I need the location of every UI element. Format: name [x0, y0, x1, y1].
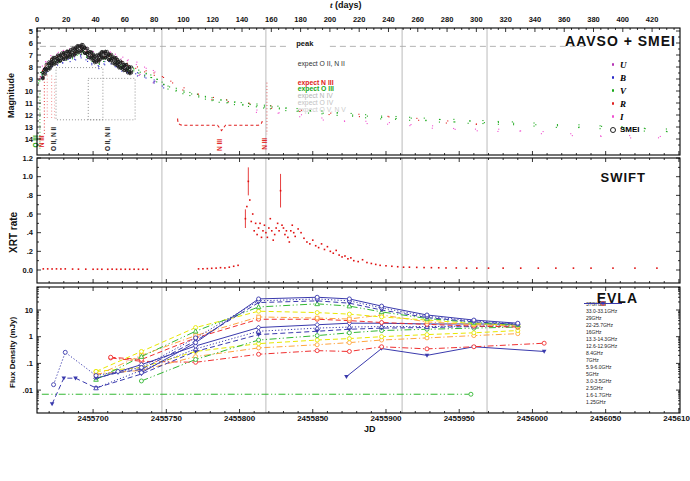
swift-panel-title: SWIFT: [601, 170, 646, 185]
svg-text:2455700: 2455700: [78, 414, 110, 423]
aavso-legend-label: I: [620, 112, 650, 122]
svg-text:9: 9: [29, 75, 33, 84]
evla-legend-item: 29GHz: [583, 314, 617, 321]
evla-legend-item: 33.0-33.1GHz: [583, 307, 617, 314]
svg-text:200: 200: [324, 15, 337, 24]
evla-legend-label: 29GHz: [586, 315, 602, 321]
svg-text:1.2: 1.2: [23, 154, 33, 163]
svg-text:peak: peak: [296, 39, 314, 48]
evla-legend-label: 8.4GHz: [586, 350, 603, 356]
evla-series-29GHz: [94, 299, 520, 380]
aavso-legend-item-U: U: [606, 58, 650, 71]
svg-text:20: 20: [62, 15, 70, 24]
svg-text:14: 14: [25, 135, 34, 144]
aavso-legend: UBVRISMEI: [606, 58, 650, 136]
svg-text:8: 8: [29, 63, 33, 72]
evla-y-axis-label: Flux Density (mJy): [8, 317, 17, 388]
evla-legend-label: 12.6-12.9GHz: [586, 343, 617, 349]
evla-legend-label: 7GHz: [586, 357, 599, 363]
svg-text:2456000: 2456000: [517, 414, 549, 423]
evla-legend-label: 13.3-14.3GHz: [586, 336, 617, 342]
evla-data: [42, 295, 547, 406]
svg-text:300: 300: [470, 15, 483, 24]
evla-legend-item: 8.4GHz: [583, 349, 617, 356]
evla-legend-item: 5.9-6.0GHz: [583, 363, 617, 370]
aavso-legend-marker-icon: [606, 63, 620, 66]
svg-text:40: 40: [91, 15, 99, 24]
aavso-legend-label: B: [620, 73, 650, 83]
aavso-legend-item-B: B: [606, 71, 650, 84]
svg-text:1.0: 1.0: [23, 172, 33, 181]
evla-series-22-25.7GHz: [94, 301, 520, 381]
svg-text:N III: N III: [261, 138, 268, 150]
swift-y-axis-label: XRT rate: [8, 212, 19, 253]
svg-text:260: 260: [412, 15, 425, 24]
svg-text:340: 340: [529, 15, 542, 24]
swift-data: [42, 167, 657, 270]
evla-legend-label: 1.25GHz: [586, 399, 606, 405]
svg-text:280: 280: [441, 15, 454, 24]
evla-legend-item: 16GHz: [583, 328, 617, 335]
aavso-legend-marker-icon: [606, 115, 620, 118]
evla-legend-item: 5GHz: [583, 370, 617, 377]
svg-text:.1: .1: [27, 359, 33, 368]
aavso-legend-label: U: [620, 60, 650, 70]
evla-legend-item: 7GHz: [583, 356, 617, 363]
evla-legend-item: 1.25GHz: [583, 398, 617, 405]
svg-text:2455900: 2455900: [370, 414, 402, 423]
svg-text:420: 420: [646, 15, 659, 24]
evla-legend-item: 3.0-3.5GHz: [583, 377, 617, 384]
aavso-legend-marker-icon: [606, 76, 620, 79]
svg-text:160: 160: [265, 15, 278, 24]
svg-text:5: 5: [29, 27, 33, 36]
evla-series-13.3-14.3GHz: [94, 313, 519, 377]
evla-legend-item: 1.6-1.7GHz: [583, 391, 617, 398]
svg-text:2455950: 2455950: [444, 414, 476, 423]
evla-legend-label: 1.6-1.7GHz: [586, 392, 612, 398]
svg-text:.6: .6: [27, 210, 33, 219]
svg-text:240: 240: [382, 15, 395, 24]
evla-series-1.25GHz: [344, 345, 546, 379]
evla-legend-label: 16GHz: [586, 329, 602, 335]
figure-canvas: peakexpect O II, N IIexpect N IIIexpect …: [0, 0, 690, 481]
svg-text:100: 100: [177, 15, 190, 24]
aavso-legend-marker-icon: [606, 89, 620, 92]
svg-text:10: 10: [25, 87, 33, 96]
evla-legend-item: 22-25.7GHz: [583, 321, 617, 328]
aavso-legend-label: SMEI: [620, 125, 650, 134]
evla-legend-label: 5GHz: [586, 371, 599, 377]
svg-text:6: 6: [29, 39, 33, 48]
svg-text:320: 320: [499, 15, 512, 24]
evla-legend-label: 33.0-33.1GHz: [586, 308, 617, 314]
evla-legend-label: 22-25.7GHz: [586, 322, 613, 328]
svg-text:10: 10: [25, 306, 33, 315]
evla-legend-label: 3.0-3.5GHz: [586, 378, 612, 384]
svg-text:.01: .01: [23, 386, 33, 395]
aavso-series-I: [38, 45, 660, 139]
svg-text:2456050: 2456050: [590, 414, 622, 423]
aavso-legend-item-SMEI: SMEI: [606, 123, 650, 136]
svg-text:80: 80: [150, 15, 158, 24]
aavso-legend-marker-icon: [606, 127, 620, 133]
evla-legend-label: 2.5GHz: [586, 385, 603, 391]
svg-text:400: 400: [617, 15, 630, 24]
evla-legend: 37GHz33.0-33.1GHz29GHz22-25.7GHz16GHz13.…: [583, 300, 617, 405]
svg-text:expect O V, N V: expect O V, N V: [298, 106, 347, 114]
aavso-legend-item-V: V: [606, 84, 650, 97]
svg-text:7: 7: [29, 51, 33, 60]
evla-legend-sample-icon: [583, 300, 623, 307]
aavso-legend-marker-icon: [606, 102, 620, 105]
svg-text:60: 60: [121, 15, 129, 24]
svg-text:380: 380: [587, 15, 600, 24]
svg-text:180: 180: [294, 15, 307, 24]
svg-text:13: 13: [25, 123, 33, 132]
evla-legend-item: 13.3-14.3GHz: [583, 335, 617, 342]
aavso-panel-title: AAVSO + SMEI: [565, 33, 676, 49]
svg-text:120: 120: [206, 15, 219, 24]
svg-text:O II, N II: O II, N II: [104, 127, 112, 151]
svg-text:12: 12: [25, 111, 33, 120]
svg-text:2456100: 2456100: [663, 414, 690, 423]
svg-text:N III: N III: [38, 135, 45, 147]
figure-container: peakexpect O II, N IIexpect N IIIexpect …: [0, 0, 690, 481]
svg-text:.4: .4: [27, 228, 34, 237]
